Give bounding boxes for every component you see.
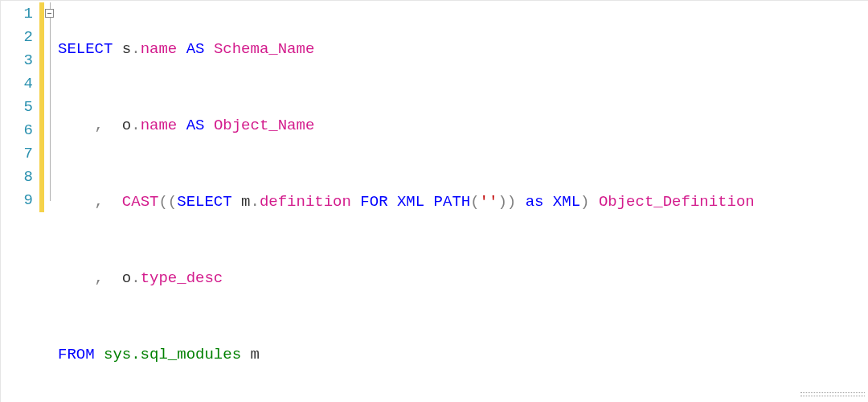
string: '' [480,193,498,211]
line-number: 3 [1,49,33,72]
code-area[interactable]: SELECT s.name AS Schema_Name , o.name AS… [56,1,868,402]
line-number: 4 [1,72,33,96]
member: name [141,40,178,58]
fold-guide-line [50,72,51,96]
code-line[interactable]: FROM sys.sql_modules m [56,343,868,367]
function: CAST [122,193,159,211]
punct: , [95,117,104,134]
object: sys.sql_modules [104,346,241,363]
fold-guide-line [50,142,51,166]
keyword: SELECT [58,40,113,58]
code-line[interactable]: SELECT s.name AS Schema_Name [56,38,868,61]
alias: Schema_Name [214,40,314,58]
fold-guide-line [50,49,51,72]
line-number: 2 [1,26,33,49]
fold-guide-line [50,96,51,119]
line-number: 8 [1,166,33,189]
code-line[interactable]: , CAST((SELECT m.definition FOR XML PATH… [56,191,868,214]
fold-toggle-icon[interactable] [45,9,54,18]
line-number-gutter: 1 2 3 4 5 6 7 8 9 [1,1,39,402]
fold-guide-line [50,26,51,49]
keyword: AS [186,40,205,58]
code-line[interactable]: , o.name AS Object_Name [56,114,868,137]
line-number: 7 [1,142,33,166]
code-folding-margin [44,1,56,402]
fold-guide-line [50,189,51,201]
punct: . [131,40,140,58]
line-number: 1 [1,2,33,26]
fold-guide-line [50,166,51,189]
line-number: 5 [1,96,33,119]
resize-grip-icon[interactable] [800,392,865,399]
line-number: 9 [1,189,33,212]
sql-editor: 1 2 3 4 5 6 7 8 9 SELECT s.name AS Schem… [0,0,868,402]
identifier: s [113,40,131,58]
fold-guide-line [50,119,51,142]
code-line[interactable]: , o.type_desc [56,267,868,290]
line-number: 6 [1,119,33,142]
